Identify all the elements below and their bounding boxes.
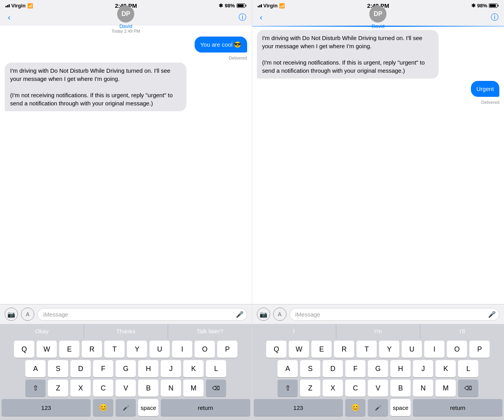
key-shift-left[interactable]: ⇧ [25, 380, 46, 397]
predictive-ill[interactable]: I'll [420, 324, 504, 338]
message-input-left[interactable]: iMessage 🎤 [37, 308, 247, 321]
key-row-2-left: A S D F G H J K L [2, 360, 250, 377]
key-b-left[interactable]: B [138, 380, 158, 397]
key-n-right[interactable]: N [413, 380, 433, 397]
key-c-left[interactable]: C [93, 380, 113, 397]
key-u-right[interactable]: U [402, 341, 422, 358]
key-c-right[interactable]: C [345, 380, 365, 397]
key-d-left[interactable]: D [70, 360, 91, 377]
messages-area-right: I'm driving with Do Not Disturb While Dr… [252, 27, 504, 304]
key-return-right[interactable]: return [413, 399, 502, 416]
key-d-right[interactable]: D [323, 360, 343, 377]
back-button-left[interactable]: ‹ [5, 12, 13, 23]
key-delete-left[interactable]: ⌫ [206, 380, 226, 397]
keyboard-left: Q W E R T Y U I O P A S D F G H J K L ⇧ … [0, 338, 252, 420]
key-b-right[interactable]: B [390, 380, 411, 397]
predictive-bar-right: I I'm I'll [252, 324, 504, 338]
delivered-label-right: Delivered [257, 100, 500, 105]
key-m-left[interactable]: M [183, 380, 204, 397]
predictive-im[interactable]: I'm [336, 324, 420, 338]
key-r-left[interactable]: R [82, 341, 102, 358]
key-q-left[interactable]: Q [14, 341, 34, 358]
input-placeholder-left: iMessage [43, 311, 68, 318]
predictive-talk-later[interactable]: Talk later? [168, 324, 252, 338]
key-k-right[interactable]: K [436, 360, 456, 377]
key-p-left[interactable]: P [217, 341, 237, 358]
key-w-left[interactable]: W [37, 341, 57, 358]
key-space-left[interactable]: space [138, 399, 158, 416]
key-emoji-left[interactable]: 😊 [93, 399, 113, 416]
key-j-right[interactable]: J [413, 360, 433, 377]
status-left: Virgin 📶 [5, 3, 33, 9]
key-x-right[interactable]: X [323, 380, 343, 397]
key-v-left[interactable]: V [116, 380, 136, 397]
app-button-right[interactable]: A [273, 308, 286, 321]
key-f-right[interactable]: F [345, 360, 365, 377]
key-s-left[interactable]: S [48, 360, 68, 377]
key-n-left[interactable]: N [161, 380, 181, 397]
key-p-right[interactable]: P [469, 341, 490, 358]
key-123-left[interactable]: 123 [2, 399, 91, 416]
key-g-right[interactable]: G [368, 360, 388, 377]
right-phone-panel: Virgin 📶 2:49 PM ✱ 98% ‹ DP David ⓘ I'm … [252, 0, 504, 420]
key-e-right[interactable]: E [311, 341, 332, 358]
bubble-out-left: You are cool 😎 [195, 37, 247, 52]
key-l-right[interactable]: L [458, 360, 478, 377]
app-button-left[interactable]: A [21, 308, 34, 321]
key-u-left[interactable]: U [149, 341, 170, 358]
bubble-out-text-right: Urgent [476, 86, 494, 92]
key-k-left[interactable]: K [183, 360, 204, 377]
wifi-icon-left: 📶 [27, 3, 33, 9]
key-e-left[interactable]: E [59, 341, 79, 358]
key-z-right[interactable]: Z [300, 380, 320, 397]
predictive-thanks[interactable]: Thanks [84, 324, 168, 338]
key-o-left[interactable]: O [195, 341, 215, 358]
key-y-left[interactable]: Y [127, 341, 147, 358]
key-t-right[interactable]: T [356, 341, 377, 358]
key-l-left[interactable]: L [206, 360, 226, 377]
back-button-right[interactable]: ‹ [258, 12, 265, 23]
key-h-left[interactable]: H [138, 360, 158, 377]
message-input-right[interactable]: iMessage 🎤 [290, 308, 500, 321]
predictive-okay[interactable]: Okay [0, 324, 84, 338]
key-f-left[interactable]: F [93, 360, 113, 377]
key-z-left[interactable]: Z [48, 380, 68, 397]
predictive-i[interactable]: I [252, 324, 336, 338]
key-mic-left[interactable]: 🎤 [116, 399, 136, 416]
key-j-left[interactable]: J [161, 360, 181, 377]
key-a-left[interactable]: A [25, 360, 46, 377]
camera-button-left[interactable]: 📷 [5, 308, 18, 321]
key-w-right[interactable]: W [289, 341, 309, 358]
key-i-right[interactable]: I [424, 341, 444, 358]
key-emoji-right[interactable]: 😊 [345, 399, 365, 416]
battery-icon-right [489, 4, 499, 8]
key-return-left[interactable]: return [161, 399, 250, 416]
key-o-right[interactable]: O [447, 341, 467, 358]
key-mic-right[interactable]: 🎤 [368, 399, 388, 416]
key-y-right[interactable]: Y [379, 341, 399, 358]
key-a-right[interactable]: A [277, 360, 298, 377]
key-s-right[interactable]: S [300, 360, 320, 377]
key-q-right[interactable]: Q [266, 341, 286, 358]
key-r-right[interactable]: R [334, 341, 354, 358]
key-delete-right[interactable]: ⌫ [458, 380, 478, 397]
key-v-right[interactable]: V [368, 380, 388, 397]
key-row-4-right: 123 😊 🎤 space return [254, 399, 503, 416]
input-area-right: 📷 A iMessage 🎤 [252, 304, 504, 324]
key-t-left[interactable]: T [104, 341, 125, 358]
key-123-right[interactable]: 123 [254, 399, 343, 416]
info-button-left[interactable]: ⓘ [239, 12, 246, 23]
info-button-right[interactable]: ⓘ [491, 12, 499, 23]
nav-bar-right: ‹ DP David ⓘ [252, 10, 504, 26]
key-g-left[interactable]: G [116, 360, 136, 377]
bubble-in-text-right: I'm driving with Do Not Disturb While Dr… [262, 35, 425, 74]
camera-button-right[interactable]: 📷 [257, 308, 270, 321]
key-shift-right[interactable]: ⇧ [277, 380, 298, 397]
key-i-left[interactable]: I [172, 341, 192, 358]
carrier-left: Virgin [11, 3, 26, 9]
key-space-right[interactable]: space [390, 399, 411, 416]
key-h-right[interactable]: H [390, 360, 411, 377]
key-m-right[interactable]: M [436, 380, 456, 397]
key-x-left[interactable]: X [70, 380, 91, 397]
message-row-out-left: You are cool 😎 [5, 37, 247, 52]
